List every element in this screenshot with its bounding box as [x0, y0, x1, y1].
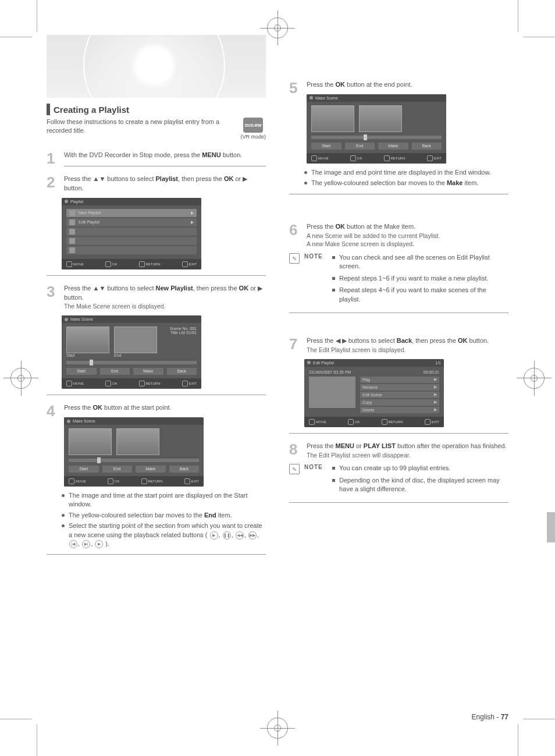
end-thumbnail [114, 326, 157, 353]
list-icon [69, 210, 75, 216]
search-rev-icon: ◀◀ [236, 531, 244, 540]
top-disc-graphic [47, 35, 266, 98]
back-button: Back [167, 368, 197, 375]
end-thumbnail [116, 428, 159, 455]
start-thumbnail [69, 428, 112, 455]
heading-bar-icon [47, 104, 50, 115]
vr-mode-badge: DVD-RW (VR mode) [240, 118, 266, 140]
list-icon [69, 219, 75, 225]
step-5: 5 Press the OK button at the end point. [289, 80, 508, 90]
exit-icon [182, 261, 188, 267]
section-title: Creating a Playlist [54, 105, 129, 115]
ui-playlist-menu: Playlist New Playlist▶ Edit Playlist▶ MO… [62, 198, 201, 269]
play-icon: ▶ [210, 531, 218, 540]
left-column: Creating a Playlist DVD-RW (VR mode) Fol… [47, 35, 266, 560]
ui-make-scene-start-set: Make Scene Start End Make Back MOV [64, 417, 204, 487]
start-button: Start [66, 368, 97, 375]
playlist-thumbnail [309, 377, 355, 408]
search-fwd-icon: ▶▶ [248, 531, 257, 540]
disc-icon [65, 318, 68, 321]
end-button: End [100, 368, 130, 375]
page-footer: English - 77 [472, 713, 508, 721]
ui-make-scene-end-set: Make Scene Start End Make Back MOV [307, 94, 446, 164]
section-heading: Creating a Playlist [47, 104, 266, 115]
return-icon [139, 261, 145, 267]
right-column: 5 Press the OK button at the end point. … [289, 35, 508, 560]
step-5-notes: The image and end point time are display… [289, 168, 508, 188]
dvd-rw-icon: DVD-RW [243, 118, 263, 133]
step-2: 2 Press the ▲▼ buttons to select Playlis… [47, 175, 266, 193]
note-step-8: ✎ NOTE You can create up to 99 playlist … [289, 464, 508, 496]
step-6: 6 Press the OK button at the Make item. … [289, 222, 508, 249]
disc-icon [65, 200, 68, 203]
start-thumbnail [66, 326, 109, 353]
step-fwd-icon: ▶ [95, 540, 103, 548]
ui-make-scene-initial: Make Scene Start End Scene No. 001 [62, 315, 201, 389]
step-1: 1 With the DVD Recorder in Stop mode, pr… [47, 151, 266, 160]
move-icon [66, 261, 72, 267]
intro-text: Follow these instructions to create a ne… [47, 118, 266, 136]
start-thumbnail [311, 105, 354, 132]
make-button: Make [133, 368, 163, 375]
note-icon: ✎ [289, 464, 300, 474]
step-4: 4 Press the OK button at the start point… [47, 403, 266, 413]
skip-fwd-icon: ▶| [82, 540, 90, 548]
step-7: 7 Press the ◀ ▶ buttons to select Back, … [289, 336, 508, 354]
ui-edit-playlist: Edit Playlist 1/1 22/JAN/2007 03:35 PM 0… [304, 359, 444, 427]
note-step-6: ✎ NOTE You can check and see all the sce… [289, 253, 508, 307]
skip-rev-icon: |◀ [69, 540, 77, 548]
step-8: 8 Press the MENU or PLAY LIST button aft… [289, 442, 508, 460]
note-icon: ✎ [289, 253, 300, 264]
step-4-notes: The image and time at the start point ar… [47, 491, 266, 548]
ok-icon [105, 261, 111, 267]
step-3: 3 Press the ▲▼ buttons to select New Pla… [47, 284, 266, 311]
pause-icon: ❚❚ [223, 531, 231, 540]
end-thumbnail [359, 105, 402, 132]
